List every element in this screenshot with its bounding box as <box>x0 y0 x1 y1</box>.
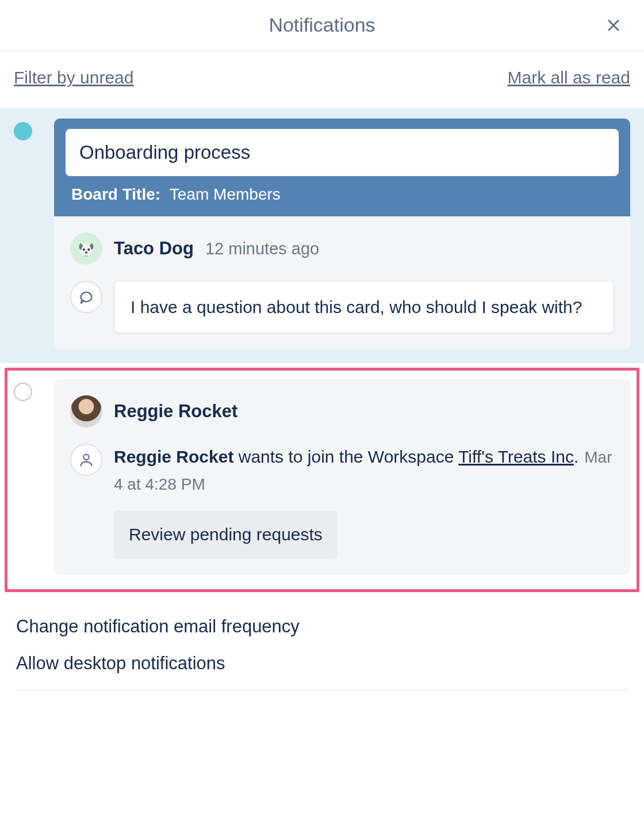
board-value: Team Members <box>170 185 281 203</box>
dog-avatar-icon <box>75 237 98 260</box>
author-line: Reggie Rocket <box>70 395 614 428</box>
request-period: . <box>574 447 578 466</box>
notification-item: Reggie Rocket Reggie Rocket wants to joi… <box>5 368 639 592</box>
panel-title: Notifications <box>269 14 375 36</box>
workspace-link[interactable]: Tiff's Treats Inc <box>458 447 574 466</box>
board-line: Board Title: Team Members <box>66 176 619 206</box>
svg-point-4 <box>87 249 90 251</box>
svg-point-6 <box>83 455 89 460</box>
avatar <box>70 395 102 428</box>
author-name: Taco Dog <box>114 238 194 259</box>
review-pending-requests-button[interactable]: Review pending requests <box>114 511 338 559</box>
unread-toggle[interactable] <box>14 383 32 401</box>
author-line: Taco Dog 12 minutes ago <box>70 232 614 265</box>
filter-by-unread-link[interactable]: Filter by unread <box>14 68 133 87</box>
avatar <box>70 232 102 265</box>
card-title: Onboarding process <box>66 129 619 176</box>
comment-icon-wrap <box>70 281 102 313</box>
person-icon-wrap <box>70 444 102 476</box>
close-button[interactable] <box>604 16 623 35</box>
timestamp: 12 minutes ago <box>205 239 319 258</box>
panel-header: Notifications <box>0 0 644 51</box>
svg-point-3 <box>83 249 85 251</box>
card-body: Taco Dog 12 minutes ago I have a questio… <box>54 216 630 349</box>
comment-text: I have a question about this card, who s… <box>114 281 614 333</box>
close-icon <box>605 17 622 33</box>
author-name: Reggie Rocket <box>114 401 237 422</box>
allow-desktop-notifications-link[interactable]: Allow desktop notifications <box>16 645 628 682</box>
board-label: Board Title: <box>71 185 160 203</box>
request-person: Reggie Rocket <box>114 447 233 466</box>
svg-point-5 <box>85 251 87 253</box>
person-icon <box>78 452 94 468</box>
unread-toggle[interactable] <box>14 122 32 140</box>
notifications-panel: Notifications Filter by unread Mark all … <box>0 0 644 707</box>
notifications-list: Onboarding process Board Title: Team Mem… <box>0 108 644 592</box>
change-email-frequency-link[interactable]: Change notification email frequency <box>16 608 628 645</box>
notification-card[interactable]: Reggie Rocket Reggie Rocket wants to joi… <box>54 379 630 575</box>
notification-item: Onboarding process Board Title: Team Mem… <box>0 108 644 363</box>
footer: Change notification email frequency Allo… <box>0 592 644 707</box>
toolbar: Filter by unread Mark all as read <box>0 51 644 108</box>
comment-line: I have a question about this card, who s… <box>70 281 614 333</box>
notification-card[interactable]: Onboarding process Board Title: Team Mem… <box>54 119 630 349</box>
request-line: Reggie Rocket wants to join the Workspac… <box>70 444 614 559</box>
divider <box>16 690 628 691</box>
read-status-col <box>14 379 54 401</box>
request-middle: wants to join the Workspace <box>233 447 458 466</box>
mark-all-as-read-link[interactable]: Mark all as read <box>508 68 630 87</box>
card-header: Onboarding process Board Title: Team Mem… <box>54 119 630 216</box>
speech-bubble-icon <box>78 289 94 305</box>
request-text: Reggie Rocket wants to join the Workspac… <box>114 444 614 559</box>
read-status-col <box>14 119 54 140</box>
